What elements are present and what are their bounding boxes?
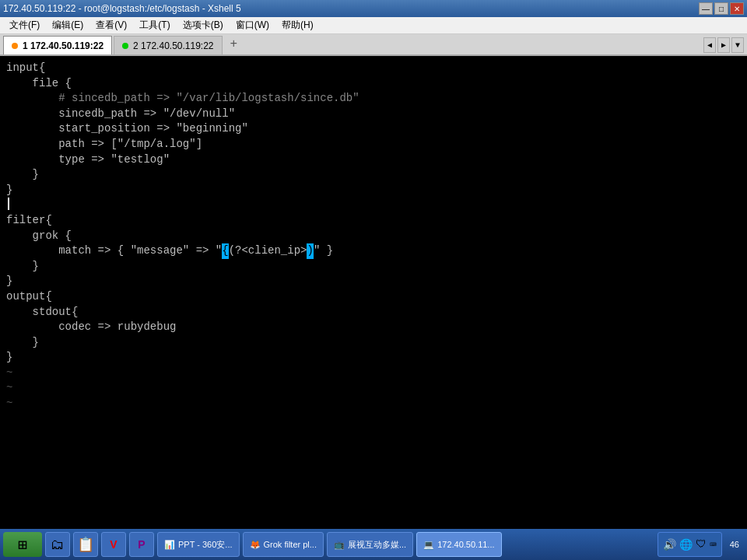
line-20: } xyxy=(6,335,741,351)
taskbar-btn-media-icon: 📺 xyxy=(334,540,345,550)
taskbar-btn-grok-icon: 🦊 xyxy=(250,540,261,550)
line-18: stdout{ xyxy=(6,305,741,320)
tab-bar: 1 172.40.50.119:22 2 172.40.50.119:22 + … xyxy=(0,34,747,56)
taskbar-btn-xshell[interactable]: 💻 172.40.50.11... xyxy=(416,532,501,557)
line-9: } xyxy=(6,183,741,198)
taskbar-btn-xshell-label: 172.40.50.11... xyxy=(437,540,494,549)
tab-dropdown-button[interactable]: ▼ xyxy=(731,37,744,53)
close-button[interactable]: ✕ xyxy=(730,2,744,15)
taskbar-icon-p[interactable]: P xyxy=(129,532,154,557)
line-8: } xyxy=(6,167,741,183)
line-6: path => ["/tmp/a.log"] xyxy=(6,137,741,152)
maximize-button[interactable]: □ xyxy=(714,2,728,15)
tab-1-label: 1 172.40.50.119:22 xyxy=(23,40,103,51)
taskbar-icon-v2[interactable]: V xyxy=(101,532,126,557)
taskbar-btn-grok[interactable]: 🦊 Grok filter pl... xyxy=(243,532,324,557)
line-15: } xyxy=(6,274,741,289)
line-24: ~ xyxy=(6,396,741,411)
taskbar-icon-1[interactable]: 🗂 xyxy=(45,532,70,557)
line-1: input{ xyxy=(6,61,741,76)
line-22: ~ xyxy=(6,366,741,381)
menu-edit[interactable]: 编辑(E) xyxy=(46,17,89,33)
line-3: # sincedb_path => "/var/lib/logstash/sin… xyxy=(6,91,741,107)
editor[interactable]: input{ file { # sincedb_path => "/var/li… xyxy=(0,56,747,529)
line-11: filter{ xyxy=(6,213,741,229)
line-5: start_position => "beginning" xyxy=(6,121,741,137)
tab-1-indicator xyxy=(12,43,18,49)
tray-icon-1[interactable]: 🔊 xyxy=(663,538,676,551)
taskbar-btn-ppt-icon: 📊 xyxy=(164,540,175,550)
taskbar-btn-xshell-icon: 💻 xyxy=(423,540,434,550)
menu-tools[interactable]: 工具(T) xyxy=(133,17,176,33)
tab-2-indicator xyxy=(122,43,128,49)
tab-add-button[interactable]: + xyxy=(224,36,244,53)
menu-file[interactable]: 文件(F) xyxy=(3,17,46,33)
tab-prev-button[interactable]: ◀ xyxy=(703,37,716,53)
title-text: 172.40.50.119:22 - root@logstash:/etc/lo… xyxy=(3,3,241,14)
line-12: grok { xyxy=(6,229,741,244)
taskbar: ⊞ 🗂 📋 V P 📊 PPT - 360安... 🦊 Grok filter … xyxy=(0,529,747,560)
tab-next-button[interactable]: ▶ xyxy=(717,37,730,53)
line-10 xyxy=(6,198,741,213)
line-21: } xyxy=(6,350,741,366)
taskbar-btn-media[interactable]: 📺 展视互动多媒... xyxy=(327,532,413,557)
tray-icon-4[interactable]: ⌨ xyxy=(710,538,716,551)
line-17: output{ xyxy=(6,289,741,305)
line-19: codec => rubydebug xyxy=(6,320,741,335)
taskbar-icon-2[interactable]: 📋 xyxy=(73,532,98,557)
clock: 46 xyxy=(725,540,744,549)
menu-help[interactable]: 帮助(H) xyxy=(275,17,320,33)
taskbar-btn-media-label: 展视互动多媒... xyxy=(348,539,406,551)
tray-icon-2[interactable]: 🌐 xyxy=(679,538,693,551)
tray-icon-3[interactable]: 🛡 xyxy=(696,538,707,551)
title-bar: 172.40.50.119:22 - root@logstash:/etc/lo… xyxy=(0,0,747,17)
line-14: } xyxy=(6,259,741,275)
start-button[interactable]: ⊞ xyxy=(3,532,42,557)
tab-nav: ◀ ▶ ▼ xyxy=(703,37,744,54)
taskbar-btn-ppt[interactable]: 📊 PPT - 360安... xyxy=(157,532,240,557)
system-tray: 🔊 🌐 🛡 ⌨ xyxy=(658,532,721,557)
minimize-button[interactable]: — xyxy=(699,2,713,15)
taskbar-btn-ppt-label: PPT - 360安... xyxy=(178,539,233,551)
menu-tabs[interactable]: 选项卡(B) xyxy=(177,17,230,33)
tab-2-label: 2 172.40.50.119:22 xyxy=(133,40,213,51)
line-7: type => "testlog" xyxy=(6,152,741,168)
taskbar-right: 🔊 🌐 🛡 ⌨ 46 xyxy=(658,532,744,557)
line-2: file { xyxy=(6,76,741,92)
line-4: sincedb_path => "/dev/null" xyxy=(6,107,741,122)
taskbar-btn-grok-label: Grok filter pl... xyxy=(264,540,317,549)
tab-2[interactable]: 2 172.40.50.119:22 xyxy=(114,36,222,54)
line-23: ~ xyxy=(6,380,741,396)
menu-bar: 文件(F) 编辑(E) 查看(V) 工具(T) 选项卡(B) 窗口(W) 帮助(… xyxy=(0,17,747,34)
window-controls: — □ ✕ xyxy=(699,2,744,15)
menu-view[interactable]: 查看(V) xyxy=(89,17,133,33)
line-13: match => { "message" => "{(?<clien_ip>)"… xyxy=(6,243,741,259)
tab-1[interactable]: 1 172.40.50.119:22 xyxy=(3,36,112,54)
menu-window[interactable]: 窗口(W) xyxy=(230,17,275,33)
